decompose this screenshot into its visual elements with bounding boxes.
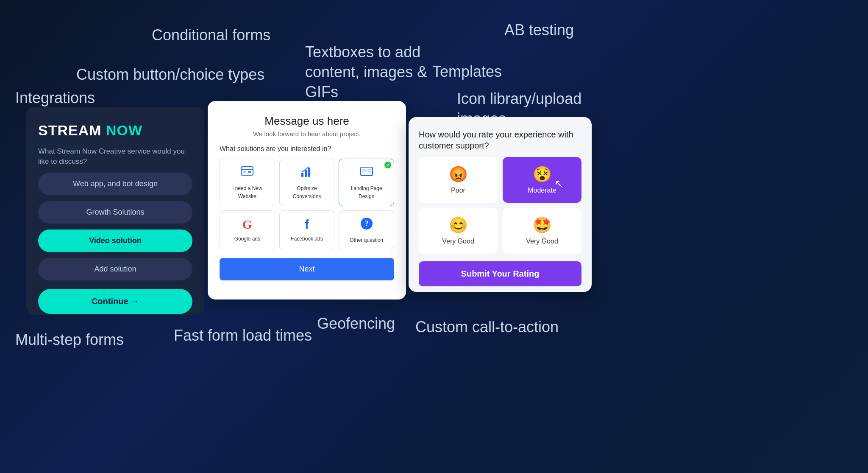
option-google[interactable]: G Google ads xyxy=(220,210,275,250)
continue-button[interactable]: Continue → xyxy=(38,289,192,314)
good1-label: Very Good xyxy=(442,238,474,245)
option-landing[interactable]: ✓ Landing Page Design xyxy=(339,159,394,206)
option-other-label: Other question xyxy=(350,237,383,243)
rating-poor[interactable]: 😡 Poor xyxy=(419,157,498,203)
rating-moderate[interactable]: 😵 Moderate xyxy=(503,157,581,203)
conversions-icon xyxy=(283,165,331,182)
integrations-label: Integrations xyxy=(15,89,95,107)
geofencing-label: Geofencing xyxy=(317,315,395,333)
poor-emoji: 😡 xyxy=(425,165,492,183)
choice-add[interactable]: Add solution xyxy=(38,258,192,280)
textboxes-label: Textboxes to add content, images & GIFs xyxy=(305,42,427,102)
conditional-forms-label: Conditional forms xyxy=(152,26,270,44)
moderate-label: Moderate xyxy=(528,187,556,194)
fast-form-label: Fast form load times xyxy=(174,327,312,344)
rating-good2[interactable]: 🤩 Very Good xyxy=(503,208,581,254)
other-icon: ? xyxy=(342,217,390,233)
stream-now-card: STREAM NOW What Stream Now Creative serv… xyxy=(26,107,204,315)
rating-question: How would you rate your experience with … xyxy=(419,129,581,151)
option-website-label: I need a New Website xyxy=(232,185,262,199)
landing-icon xyxy=(342,165,390,182)
submit-button[interactable]: Submit Your Rating xyxy=(419,261,581,286)
option-conversions-label: Optimize Conversions xyxy=(293,185,321,199)
brand-now: NOW xyxy=(106,122,142,138)
rating-card: How would you rate your experience with … xyxy=(409,117,592,292)
good2-label: Very Good xyxy=(526,238,558,245)
selected-check: ✓ xyxy=(384,162,391,168)
ab-testing-label: AB testing xyxy=(504,21,574,39)
svg-rect-0 xyxy=(241,167,253,175)
moderate-emoji: 😵 xyxy=(509,165,576,183)
card-subtitle: What Stream Now Creative service would y… xyxy=(38,146,192,167)
templates-label: Templates xyxy=(432,63,502,81)
svg-rect-9 xyxy=(362,169,367,172)
brand-stream: STREAM xyxy=(38,122,102,138)
choice-web-app[interactable]: Web app, and bot design xyxy=(38,173,192,195)
svg-rect-7 xyxy=(308,168,310,177)
svg-rect-6 xyxy=(305,170,307,177)
good1-emoji: 😊 xyxy=(425,216,492,234)
option-conversions[interactable]: Optimize Conversions xyxy=(279,159,335,206)
custom-cta-label: Custom call-to-action xyxy=(415,318,559,336)
options-grid: I need a New Website Optimize Conversion… xyxy=(220,159,394,250)
svg-rect-2 xyxy=(243,171,246,174)
multi-step-label: Multi-step forms xyxy=(15,331,124,349)
message-title: Message us here xyxy=(220,115,394,128)
option-facebook-label: Facebook ads xyxy=(291,236,323,242)
facebook-icon: f xyxy=(283,217,331,232)
choice-growth[interactable]: Growth Solutions xyxy=(38,201,192,224)
option-google-label: Google ads xyxy=(234,236,260,242)
google-icon: G xyxy=(223,217,271,232)
custom-button-label: Custom button/choice types xyxy=(76,66,264,84)
svg-rect-11 xyxy=(368,171,371,172)
website-icon xyxy=(223,165,271,182)
next-button[interactable]: Next xyxy=(220,258,394,280)
good2-emoji: 🤩 xyxy=(509,216,576,234)
option-facebook[interactable]: f Facebook ads xyxy=(279,210,335,250)
brand-name: STREAM NOW xyxy=(38,122,192,139)
choice-video[interactable]: Video solution xyxy=(38,230,192,252)
svg-rect-5 xyxy=(301,173,303,177)
svg-text:?: ? xyxy=(364,219,368,228)
option-other[interactable]: ? Other question xyxy=(339,210,394,250)
message-subtitle: We look forward to hear about project. xyxy=(220,130,394,137)
message-us-card: Message us here We look forward to hear … xyxy=(208,101,406,299)
rating-grid: 😡 Poor 😵 Moderate 😊 Very Good 🤩 Very Goo… xyxy=(419,157,581,254)
rating-good1[interactable]: 😊 Very Good xyxy=(419,208,498,254)
svg-rect-10 xyxy=(368,169,371,170)
solutions-question: What solutions are you interested in? xyxy=(220,145,394,153)
option-website[interactable]: I need a New Website xyxy=(220,159,275,206)
option-landing-label: Landing Page Design xyxy=(351,185,382,199)
poor-label: Poor xyxy=(451,187,465,194)
